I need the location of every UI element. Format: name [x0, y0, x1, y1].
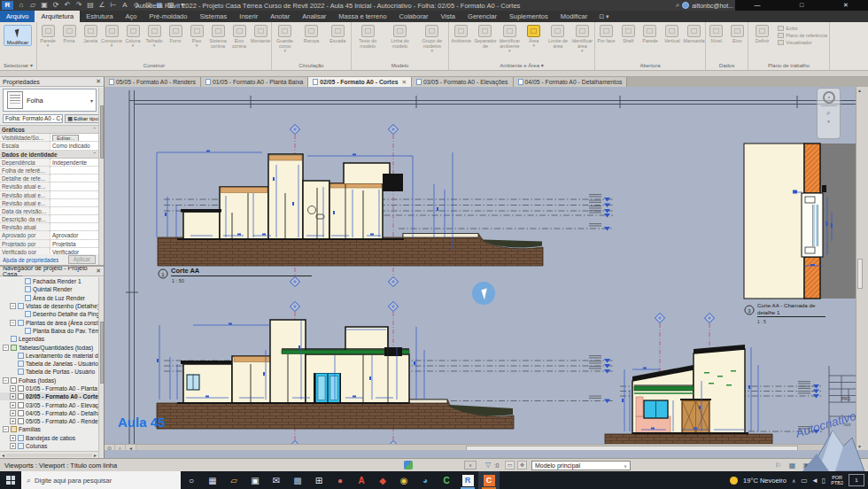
tool-identificar-ambiente[interactable]: Identificar ambiente▾ — [498, 24, 522, 52]
tree-item-01-05-formato-a0-planta-ba[interactable]: +01/05 - Formato A0 - Planta Ba — [0, 384, 98, 392]
browser-close-icon[interactable]: ✕ — [96, 268, 101, 275]
vscroll-thumb[interactable] — [857, 259, 863, 289]
view-tab-close-icon[interactable]: ✕ — [401, 79, 406, 86]
expander-icon[interactable]: + — [10, 402, 16, 408]
taskbar-app-app-c-orange[interactable]: C — [478, 471, 500, 489]
panel-label-plano-de-trabalho[interactable]: Plano de trabalho — [748, 61, 829, 70]
viewport-corte-aa[interactable]: 1 Corte AA 1 : 50 — [157, 125, 613, 287]
undo-icon[interactable]: ↶ — [62, 1, 73, 10]
tree-item-02-05-formato-a0-cortes[interactable]: +02/05 - Formato A0 - Cortes — [0, 392, 98, 400]
property-value[interactable]: Editar... — [50, 134, 98, 141]
zoom-icon[interactable]: ⌕ — [826, 108, 831, 117]
scroll-up-arrow[interactable]: ▲ — [856, 87, 863, 94]
ribbon-tab-vista[interactable]: Vista — [435, 11, 462, 22]
maximize-button[interactable]: □ — [779, 0, 824, 11]
worksets-icon[interactable]: ⚐ — [773, 461, 783, 470]
navbar-dropdown-icon[interactable]: ▾ — [827, 119, 830, 124]
editing-requests-icon[interactable]: ▦ — [787, 461, 797, 470]
filter-funnel-icon[interactable]: ▽ — [485, 461, 491, 469]
drawing-area[interactable]: 1 Corte AA 1 : 50 — [105, 87, 856, 450]
tree-item-desenho-detalhe-da-pingad[interactable]: Desenho Detalhe da Pingad — [0, 310, 98, 318]
sheet-canvas[interactable]: 1 Corte AA 1 : 50 — [105, 87, 856, 450]
ribbon-tab-massa-e-terreno[interactable]: Massa e terreno — [332, 11, 392, 22]
tree-item-05-05-formato-a0-renders[interactable]: +05/05 - Formato A0 - Renders — [0, 417, 98, 425]
taskbar-app-calculator[interactable]: ⊞ — [308, 471, 329, 489]
users-icon[interactable]: ▥ — [166, 1, 176, 10]
ribbon-tab-pr-moldado[interactable]: Pré-moldado — [143, 11, 194, 22]
property-value[interactable] — [50, 191, 98, 198]
tool-guarda-corpo[interactable]: Guarda-corpo▾ — [272, 24, 298, 52]
tree-item-planta-baixa-do-pav-t-rreo[interactable]: Planta Baixa do Pav. Térreo — [0, 327, 98, 335]
expander-icon[interactable]: − — [3, 426, 9, 432]
ribbon-tab-anotar[interactable]: Anotar — [264, 11, 296, 22]
taskbar-app-photos[interactable]: ▩ — [287, 471, 308, 489]
display-icon[interactable]: ▭ — [801, 477, 808, 485]
ribbon-tab-estrutura[interactable]: Estrutura — [80, 11, 119, 22]
taskbar-app-task-view[interactable]: ▦ — [202, 471, 223, 489]
account-area[interactable]: ⌕ ailtonbc@hot... — [676, 0, 733, 11]
hidden-icons-chevron[interactable]: ∧ — [792, 477, 795, 484]
section-icon[interactable]: ⊟ — [143, 1, 153, 10]
expander-icon[interactable]: − — [10, 320, 16, 326]
save-icon[interactable]: ▣ — [39, 1, 50, 10]
scroll-down-arrow[interactable]: ▼ — [856, 443, 863, 450]
taskbar-app-revit[interactable]: R — [457, 471, 478, 489]
scroll-left-icon[interactable]: ◂ — [2, 452, 4, 458]
modify-button[interactable]: Modificar — [4, 25, 32, 46]
expander-icon[interactable]: + — [10, 443, 16, 449]
section-pin-icon[interactable]: ⌃ — [92, 126, 97, 133]
tree-item-folhas-todas[interactable]: −Folhas (todas) — [0, 376, 98, 384]
properties-scrollbar[interactable] — [98, 88, 104, 265]
panel-label-dados[interactable]: Dados — [706, 61, 748, 70]
tool-porta[interactable]: Porta — [58, 24, 80, 43]
expander-icon[interactable]: − — [3, 377, 9, 384]
property-value[interactable] — [50, 223, 98, 230]
tool-por-face[interactable]: Por face — [595, 24, 617, 43]
taskbar-app-sketchup[interactable]: ◆ — [372, 471, 393, 489]
expander-icon[interactable]: + — [10, 435, 16, 441]
revit-logo[interactable]: R — [2, 1, 13, 10]
tree-item-levantamento-de-material-de-a[interactable]: Levantamento de material de A — [0, 352, 98, 360]
property-value[interactable]: Projetista — [50, 240, 98, 247]
tool-sistema-cortina[interactable]: Sistema cortina — [207, 24, 229, 49]
tool-mansarda[interactable]: Mansarda — [683, 24, 705, 43]
tool-telhado[interactable]: Telhado▾ — [143, 24, 165, 47]
drag-elements-icon[interactable]: ✥ — [517, 461, 527, 470]
tree-item-tabelas-quantidades-todas[interactable]: −Tabelas/Quantidades (todas) — [0, 343, 98, 351]
tool-parede[interactable]: Parede — [639, 24, 662, 43]
tool-rea[interactable]: Área▾ — [522, 24, 546, 47]
edit-button[interactable]: Editar... — [52, 135, 79, 141]
taskbar-app-mail[interactable]: ✉ — [266, 471, 287, 489]
expander-icon[interactable]: − — [3, 345, 9, 351]
ribbon-tab-gerenciar[interactable]: Gerenciar — [461, 11, 503, 22]
tool-shaft[interactable]: Shaft — [617, 24, 639, 43]
weather-text[interactable]: 19°C Nevoeiro — [743, 477, 787, 485]
dimension-icon[interactable]: ⊢ — [108, 1, 119, 10]
properties-close-icon[interactable]: ✕ — [96, 78, 101, 85]
property-value[interactable] — [50, 199, 98, 206]
tool-n-vel[interactable]: Nível — [706, 24, 727, 43]
text-icon[interactable]: A — [120, 1, 130, 10]
ribbon-tab-arquivo[interactable]: Arquivo — [0, 11, 35, 22]
scroll-right-icon[interactable]: ▸ — [94, 452, 97, 458]
expander-icon[interactable]: + — [10, 393, 16, 400]
panel-label-abertura[interactable]: Abertura — [595, 61, 705, 70]
tool-limite-de-rea[interactable]: Limite de área — [546, 24, 570, 49]
ribbon-tab-a-o[interactable]: Aço — [120, 11, 143, 22]
weather-icon[interactable] — [730, 477, 738, 485]
panel-label-construir[interactable]: Construir — [37, 61, 271, 70]
exchange-icon[interactable]: ▦ — [154, 1, 165, 10]
type-selector[interactable]: Folha ▾ — [3, 89, 97, 112]
ribbon-tab-inserir[interactable]: Inserir — [233, 11, 264, 22]
hscroll-thumb[interactable] — [466, 446, 798, 451]
tool-rampa[interactable]: Rampa — [298, 24, 325, 43]
design-option-select[interactable]: Modelo principal ∨ — [531, 461, 631, 470]
ribbon-tab-analisar[interactable]: Analisar — [296, 11, 332, 22]
search-icon[interactable]: ⌕ — [676, 1, 679, 10]
tree-item-vistas-de-desenho-detalhe[interactable]: −Vistas de desenho (Detalhe) — [0, 302, 98, 310]
tool-separador-de-ambiente[interactable]: Separador de ambiente — [473, 24, 497, 50]
tree-item-colunas[interactable]: +Colunas — [0, 442, 98, 450]
taskbar-app-file-explorer[interactable]: ▱ — [223, 471, 244, 489]
ribbon-tab-sistemas[interactable]: Sistemas — [193, 11, 233, 22]
tree-item-legendas[interactable]: Legendas — [0, 335, 98, 343]
